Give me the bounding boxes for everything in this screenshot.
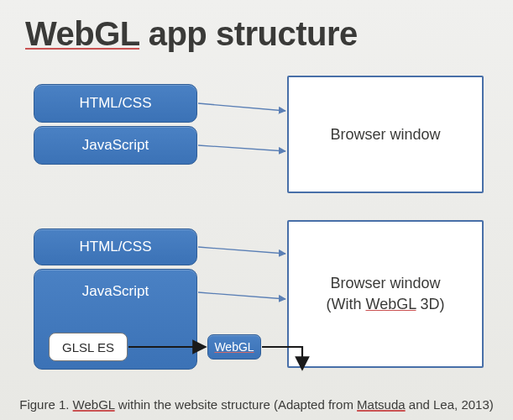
bottom-browser-label2: (With WebGL 3D) [326, 294, 444, 315]
figure-caption: Figure 1. WebGL within the website struc… [0, 397, 513, 412]
bottom-htmlcss-box: HTML/CSS [34, 228, 197, 265]
bottom-glsl-box: GLSL ES [49, 333, 128, 361]
top-javascript-box: JavaScript [34, 126, 197, 165]
bottom-htmlcss-label: HTML/CSS [80, 239, 152, 255]
arrow-top-htmlcss [198, 103, 285, 111]
bottom-javascript-label: JavaScript [82, 283, 149, 300]
top-browser-label: Browser window [330, 126, 440, 144]
top-htmlcss-label: HTML/CSS [80, 95, 152, 112]
arrow-bottom-js [198, 292, 285, 299]
bottom-webgl-label: WebGL [214, 340, 254, 354]
top-browser-window: Browser window [287, 76, 484, 193]
bottom-browser-window: Browser window (With WebGL 3D) [287, 220, 484, 368]
top-javascript-label: JavaScript [82, 137, 149, 154]
bottom-webgl-box: WebGL [207, 334, 261, 360]
diagram-stage: HTML/CSS JavaScript Browser window HTML/… [0, 0, 513, 420]
top-htmlcss-box: HTML/CSS [34, 84, 197, 123]
bottom-browser-label1: Browser window [330, 273, 440, 294]
bottom-glsl-label: GLSL ES [62, 340, 114, 354]
arrow-bottom-htmlcss [198, 247, 285, 254]
arrow-top-js [198, 145, 285, 151]
